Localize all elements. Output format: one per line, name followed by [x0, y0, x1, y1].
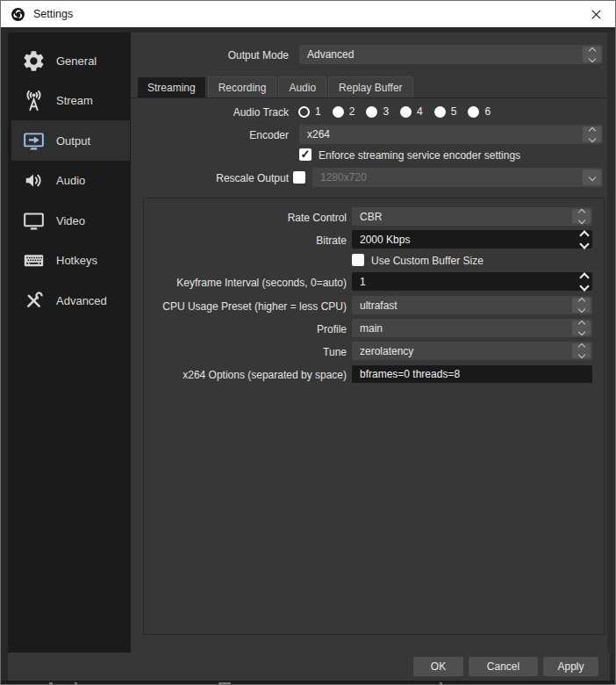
- encoder-value: x264: [307, 128, 330, 141]
- bitrate-value: 2000 Kbps: [360, 234, 410, 246]
- audio-track-option-1[interactable]: 1: [298, 105, 321, 118]
- rate-control-value: CBR: [360, 211, 382, 223]
- tab-audio[interactable]: Audio: [278, 76, 326, 97]
- rate-control-label: Rate Control: [150, 212, 347, 224]
- audio-track-radio-group: 1 2 3 4 5 6: [298, 105, 491, 118]
- tab-replay-buffer[interactable]: Replay Buffer: [328, 76, 413, 97]
- audio-track-option-6[interactable]: 6: [468, 105, 491, 118]
- encoder-select[interactable]: x264: [299, 125, 603, 144]
- output-mode-select[interactable]: Advanced: [299, 45, 603, 64]
- cpu-preset-label: CPU Usage Preset (higher = less CPU): [150, 300, 347, 313]
- output-mode-label: Output Mode: [133, 49, 289, 61]
- keyframe-interval-label: Keyframe Interval (seconds, 0=auto): [150, 277, 347, 289]
- monitor-icon: [20, 209, 47, 233]
- radio-icon: [333, 106, 344, 118]
- spinbox-arrows-icon[interactable]: [581, 230, 588, 249]
- sidebar-item-hotkeys[interactable]: Hotkeys: [11, 240, 130, 280]
- window-title: Settings: [33, 8, 73, 20]
- combo-spinner-icon[interactable]: [572, 321, 591, 335]
- broadcast-icon: [20, 89, 47, 112]
- bitrate-label: Bitrate: [150, 234, 347, 247]
- tab-recording[interactable]: Recording: [208, 76, 277, 97]
- sidebar-item-label: Advanced: [56, 294, 107, 307]
- tune-value: zerolatency: [360, 345, 413, 357]
- radio-icon: [366, 106, 377, 118]
- combo-spinner-icon[interactable]: [572, 298, 591, 313]
- output-monitor-icon: [20, 129, 47, 153]
- sidebar-item-label: Stream: [56, 94, 93, 107]
- combo-spinner-icon[interactable]: [572, 209, 591, 224]
- radio-selected-icon: [298, 106, 310, 118]
- radio-icon: [434, 106, 446, 118]
- settings-window: Settings General Stream: [0, 0, 616, 685]
- keyboard-icon: [20, 249, 47, 272]
- sidebar-item-stream[interactable]: Stream: [11, 80, 130, 120]
- dropdown-chevron-icon[interactable]: [583, 169, 601, 185]
- sidebar-item-output[interactable]: Output: [11, 120, 130, 161]
- sidebar-item-label: Video: [56, 214, 85, 227]
- settings-sidebar: General Stream O: [8, 32, 131, 653]
- apply-button[interactable]: Apply: [543, 657, 598, 676]
- tools-icon: [20, 289, 47, 313]
- audio-track-option-5[interactable]: 5: [434, 105, 457, 118]
- tune-label: Tune: [150, 346, 347, 358]
- x264-options-input[interactable]: bframes=0 threads=8: [352, 365, 592, 383]
- profile-label: Profile: [150, 323, 347, 335]
- profile-value: main: [360, 322, 383, 335]
- audio-track-option-2[interactable]: 2: [333, 105, 355, 118]
- combo-spinner-icon[interactable]: [583, 126, 601, 142]
- sidebar-item-audio[interactable]: Audio: [11, 160, 130, 200]
- audio-track-label: Audio Track: [133, 106, 289, 119]
- vertical-scrollbar[interactable]: [607, 32, 616, 653]
- audio-track-option-4[interactable]: 4: [400, 105, 423, 118]
- rescale-output-label: Rescale Output: [133, 172, 289, 184]
- combo-spinner-icon[interactable]: [572, 343, 591, 358]
- encoder-label: Encoder: [133, 129, 289, 141]
- cancel-button[interactable]: Cancel: [469, 657, 538, 676]
- sidebar-item-label: Output: [56, 134, 90, 148]
- sidebar-item-advanced[interactable]: Advanced: [11, 280, 130, 321]
- close-icon: [591, 9, 602, 20]
- x264-options-value: bframes=0 threads=8: [360, 368, 460, 380]
- titlebar: Settings: [1, 1, 615, 27]
- audio-track-option-3[interactable]: 3: [366, 105, 389, 118]
- radio-icon: [400, 106, 412, 118]
- enforce-settings-checkbox[interactable]: [299, 148, 312, 161]
- sidebar-item-general[interactable]: General: [11, 40, 130, 81]
- tab-underline: [131, 97, 607, 98]
- cpu-preset-select[interactable]: ultrafast: [352, 296, 592, 314]
- output-tab-bar: Streaming Recording Audio Replay Buffer: [137, 76, 413, 97]
- bitrate-input[interactable]: 2000 Kbps: [352, 230, 592, 249]
- rate-control-select[interactable]: CBR: [352, 207, 592, 226]
- custom-buffer-label: Use Custom Buffer Size: [371, 255, 483, 267]
- ok-button[interactable]: OK: [413, 657, 463, 676]
- tab-streaming[interactable]: Streaming: [137, 76, 206, 97]
- output-mode-value: Advanced: [307, 48, 354, 61]
- enforce-settings-label: Enforce streaming service encoder settin…: [319, 149, 520, 162]
- obs-logo-icon: [11, 7, 25, 22]
- combo-spinner-icon[interactable]: [583, 47, 601, 62]
- cpu-preset-value: ultrafast: [360, 299, 398, 312]
- taskbar-sliver: [1, 681, 616, 685]
- keyframe-interval-input[interactable]: 1: [352, 272, 592, 291]
- rescale-resolution-value: 1280x720: [320, 171, 367, 184]
- keyframe-interval-value: 1: [360, 276, 366, 288]
- rescale-resolution-select[interactable]: 1280x720: [312, 168, 603, 187]
- sidebar-item-label: Audio: [56, 174, 85, 187]
- radio-icon: [468, 106, 479, 118]
- sidebar-item-video[interactable]: Video: [11, 200, 130, 241]
- rescale-output-checkbox[interactable]: [293, 171, 305, 184]
- speaker-icon: [20, 169, 47, 192]
- custom-buffer-checkbox[interactable]: [352, 254, 364, 266]
- sidebar-item-label: General: [56, 54, 97, 68]
- profile-select[interactable]: main: [352, 319, 592, 337]
- sidebar-item-label: Hotkeys: [56, 254, 97, 267]
- close-button[interactable]: [577, 1, 615, 27]
- spinbox-arrows-icon[interactable]: [581, 272, 588, 291]
- x264-options-label: x264 Options (separated by space): [150, 369, 347, 381]
- tune-select[interactable]: zerolatency: [352, 342, 592, 360]
- gear-icon: [20, 49, 47, 73]
